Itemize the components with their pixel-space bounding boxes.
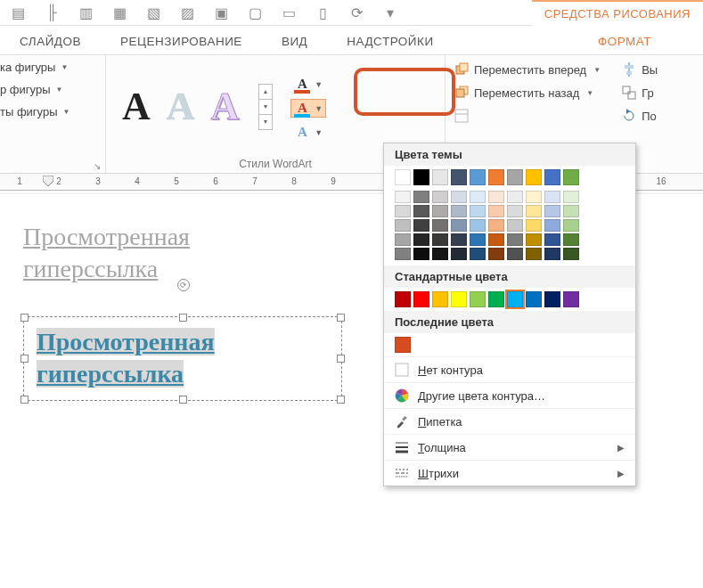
more-icon[interactable]: ▾ bbox=[381, 4, 399, 21]
color-swatch[interactable] bbox=[526, 291, 542, 307]
color-swatch[interactable] bbox=[507, 191, 523, 203]
resize-handle[interactable] bbox=[179, 314, 187, 322]
color-swatch[interactable] bbox=[451, 233, 467, 246]
color-swatch[interactable] bbox=[432, 248, 448, 260]
tab-view[interactable]: ВИД bbox=[262, 29, 327, 52]
color-swatch[interactable] bbox=[395, 169, 411, 185]
align-middle-icon[interactable]: ▧ bbox=[144, 4, 162, 21]
color-swatch[interactable] bbox=[395, 205, 411, 217]
align-bottom-icon[interactable]: ▨ bbox=[178, 4, 196, 21]
resize-handle[interactable] bbox=[337, 396, 345, 404]
shape-outline-button[interactable]: р фигуры▼ bbox=[0, 83, 62, 96]
bring-forward-button[interactable]: Переместить вперед▼ bbox=[454, 62, 601, 77]
color-swatch[interactable] bbox=[470, 291, 486, 307]
group-icon[interactable]: ▭ bbox=[280, 4, 298, 21]
color-swatch[interactable] bbox=[507, 169, 523, 185]
wordart-style-1[interactable]: A bbox=[122, 87, 151, 127]
color-swatch[interactable] bbox=[507, 205, 523, 217]
color-swatch[interactable] bbox=[488, 169, 504, 185]
color-swatch[interactable] bbox=[488, 219, 504, 232]
selection-pane-button[interactable]: Область выделения bbox=[454, 109, 601, 123]
color-swatch[interactable] bbox=[526, 219, 542, 232]
color-swatch[interactable] bbox=[413, 233, 429, 246]
rotate-handle-icon[interactable]: ⟳ bbox=[177, 279, 190, 291]
chevron-down-icon[interactable]: ▾ bbox=[258, 100, 273, 115]
color-swatch[interactable] bbox=[488, 191, 504, 203]
color-swatch[interactable] bbox=[413, 248, 429, 260]
more-outline-colors-item[interactable]: Другие цвета контура… bbox=[384, 382, 635, 408]
color-swatch[interactable] bbox=[526, 191, 542, 203]
color-swatch[interactable] bbox=[507, 219, 523, 232]
color-swatch[interactable] bbox=[526, 205, 542, 217]
align-button[interactable]: Вы bbox=[622, 62, 658, 77]
color-swatch[interactable] bbox=[451, 291, 467, 307]
rotate-button[interactable]: По bbox=[622, 109, 658, 123]
color-swatch[interactable] bbox=[563, 205, 579, 217]
color-swatch[interactable] bbox=[544, 191, 560, 203]
resize-handle[interactable] bbox=[337, 355, 345, 363]
color-swatch[interactable] bbox=[432, 291, 448, 307]
color-swatch[interactable] bbox=[470, 219, 486, 232]
color-swatch[interactable] bbox=[488, 233, 504, 246]
tab-format[interactable]: ФОРМАТ bbox=[578, 29, 671, 52]
color-swatch[interactable] bbox=[544, 205, 560, 217]
ungroup-icon[interactable]: ▯ bbox=[314, 4, 331, 21]
wordart-gallery[interactable]: A A A ▴ ▾ ▾ bbox=[115, 84, 280, 130]
align-center-h-icon[interactable]: ╟ bbox=[43, 4, 61, 21]
textbox-selected[interactable]: Просмотренная гиперссылка bbox=[23, 316, 342, 401]
color-swatch[interactable] bbox=[432, 205, 448, 217]
color-swatch[interactable] bbox=[526, 233, 542, 246]
color-swatch[interactable] bbox=[413, 219, 429, 232]
color-swatch[interactable] bbox=[507, 291, 523, 307]
rotate-icon[interactable]: ⟳ bbox=[347, 4, 365, 21]
wordart-style-2[interactable]: A bbox=[167, 87, 195, 127]
bring-forward-icon[interactable]: ▣ bbox=[212, 4, 230, 21]
color-swatch[interactable] bbox=[395, 219, 411, 232]
color-swatch[interactable] bbox=[488, 248, 504, 260]
text-fill-button[interactable]: A ▼ bbox=[290, 75, 326, 94]
color-swatch[interactable] bbox=[526, 248, 542, 260]
color-swatch[interactable] bbox=[395, 248, 411, 260]
hyperlink-selected-text[interactable]: Просмотренная гиперссылка bbox=[37, 328, 215, 388]
color-swatch[interactable] bbox=[470, 248, 486, 260]
color-swatch[interactable] bbox=[470, 191, 486, 203]
color-swatch[interactable] bbox=[432, 169, 448, 185]
color-swatch[interactable] bbox=[432, 191, 448, 203]
resize-handle[interactable] bbox=[337, 314, 345, 322]
group-button[interactable]: Гр bbox=[622, 86, 658, 100]
color-swatch[interactable] bbox=[451, 205, 467, 217]
color-swatch[interactable] bbox=[470, 233, 486, 246]
color-swatch[interactable] bbox=[395, 291, 411, 307]
color-swatch[interactable] bbox=[544, 169, 560, 185]
color-swatch[interactable] bbox=[544, 291, 560, 307]
more-styles-icon[interactable]: ▾ bbox=[258, 115, 273, 130]
tab-slides[interactable]: СЛАЙДОВ bbox=[0, 29, 101, 52]
eyedropper-item[interactable]: Пипетка bbox=[384, 408, 635, 434]
color-swatch[interactable] bbox=[451, 191, 467, 203]
no-outline-item[interactable]: Нет контура bbox=[384, 356, 635, 382]
color-swatch[interactable] bbox=[451, 248, 467, 260]
tab-review[interactable]: РЕЦЕНЗИРОВАНИЕ bbox=[101, 29, 262, 52]
color-swatch[interactable] bbox=[563, 291, 579, 307]
color-swatch[interactable] bbox=[413, 291, 429, 307]
color-swatch[interactable] bbox=[563, 248, 579, 260]
align-left-icon[interactable]: ▤ bbox=[9, 4, 27, 21]
color-swatch[interactable] bbox=[526, 169, 542, 185]
outline-weight-item[interactable]: Толщина ▶ bbox=[384, 434, 635, 460]
wordart-style-3[interactable]: A bbox=[211, 87, 240, 127]
color-swatch[interactable] bbox=[413, 191, 429, 203]
color-swatch[interactable] bbox=[563, 233, 579, 246]
dialog-launcher-icon[interactable]: ↘ bbox=[92, 160, 102, 171]
color-swatch[interactable] bbox=[507, 233, 523, 246]
color-swatch[interactable] bbox=[451, 169, 467, 185]
color-swatch[interactable] bbox=[451, 219, 467, 232]
send-backward-button[interactable]: Переместить назад▼ bbox=[454, 86, 601, 100]
color-swatch[interactable] bbox=[507, 248, 523, 260]
color-swatch[interactable] bbox=[413, 205, 429, 217]
send-backward-icon[interactable]: ▢ bbox=[246, 4, 264, 21]
color-swatch[interactable] bbox=[395, 191, 411, 203]
color-swatch[interactable] bbox=[470, 205, 486, 217]
color-swatch[interactable] bbox=[563, 219, 579, 232]
shape-fill-button[interactable]: ка фигуры▼ bbox=[0, 61, 68, 74]
color-swatch[interactable] bbox=[432, 219, 448, 232]
